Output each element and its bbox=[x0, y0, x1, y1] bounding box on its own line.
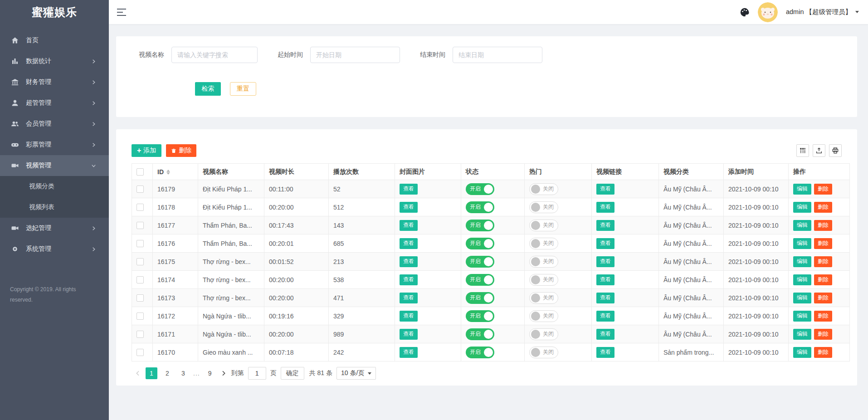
status-toggle-on[interactable]: 开启 bbox=[466, 328, 494, 340]
edit-button[interactable]: 编辑 bbox=[793, 256, 811, 267]
hot-toggle-off[interactable]: 关闭 bbox=[529, 256, 558, 268]
sidebar-item-members[interactable]: 会员管理 bbox=[0, 113, 109, 134]
view-link-button[interactable]: 查看 bbox=[596, 202, 614, 213]
view-cover-button[interactable]: 查看 bbox=[400, 311, 418, 322]
sidebar-item-statistics[interactable]: 数据统计 bbox=[0, 51, 109, 72]
page-button-9[interactable]: 9 bbox=[204, 367, 216, 379]
view-link-button[interactable]: 查看 bbox=[596, 311, 614, 322]
bulk-delete-button[interactable]: 删除 bbox=[166, 144, 196, 157]
edit-button[interactable]: 编辑 bbox=[793, 329, 811, 340]
edit-button[interactable]: 编辑 bbox=[793, 238, 811, 249]
add-button[interactable]: + 添加 bbox=[132, 144, 161, 157]
sidebar-item-lottery[interactable]: 彩票管理 bbox=[0, 134, 109, 155]
view-cover-button[interactable]: 查看 bbox=[400, 347, 418, 358]
edit-button[interactable]: 编辑 bbox=[793, 274, 811, 285]
delete-button[interactable]: 删除 bbox=[814, 293, 832, 303]
row-checkbox[interactable] bbox=[137, 349, 144, 356]
search-button[interactable]: 检索 bbox=[195, 82, 221, 96]
status-toggle-on[interactable]: 开启 bbox=[466, 347, 494, 358]
hot-toggle-off[interactable]: 关闭 bbox=[529, 328, 558, 340]
goto-confirm-button[interactable]: 确定 bbox=[281, 367, 304, 380]
delete-button[interactable]: 删除 bbox=[814, 329, 832, 340]
hot-toggle-off[interactable]: 关闭 bbox=[529, 292, 558, 304]
row-checkbox[interactable] bbox=[137, 331, 144, 338]
view-link-button[interactable]: 查看 bbox=[596, 329, 614, 340]
end-date-input[interactable] bbox=[453, 47, 542, 63]
view-link-button[interactable]: 查看 bbox=[596, 220, 614, 231]
user-menu[interactable]: admin 【超级管理员】 bbox=[786, 8, 859, 16]
delete-button[interactable]: 删除 bbox=[814, 347, 832, 358]
delete-button[interactable]: 删除 bbox=[814, 238, 832, 249]
sidebar-item-home[interactable]: 首页 bbox=[0, 30, 109, 51]
sidebar-item-video-list[interactable]: 视频列表 bbox=[0, 197, 109, 218]
view-link-button[interactable]: 查看 bbox=[596, 238, 614, 249]
row-checkbox[interactable] bbox=[137, 222, 144, 229]
edit-button[interactable]: 编辑 bbox=[793, 202, 811, 213]
per-page-select[interactable]: 10 条/页 bbox=[336, 367, 376, 380]
delete-button[interactable]: 删除 bbox=[814, 202, 832, 213]
sidebar-item-system[interactable]: 系统管理 bbox=[0, 239, 109, 259]
view-cover-button[interactable]: 查看 bbox=[400, 274, 418, 285]
view-cover-button[interactable]: 查看 bbox=[400, 329, 418, 340]
row-checkbox[interactable] bbox=[137, 258, 144, 265]
print-button[interactable] bbox=[829, 144, 842, 157]
hot-toggle-off[interactable]: 关闭 bbox=[529, 347, 558, 358]
view-link-button[interactable]: 查看 bbox=[596, 293, 614, 303]
edit-button[interactable]: 编辑 bbox=[793, 311, 811, 322]
page-button-1[interactable]: 1 bbox=[146, 367, 157, 379]
edit-button[interactable]: 编辑 bbox=[793, 293, 811, 303]
sort-icon[interactable] bbox=[166, 170, 170, 175]
hot-toggle-off[interactable]: 关闭 bbox=[529, 183, 558, 195]
hot-toggle-off[interactable]: 关闭 bbox=[529, 220, 558, 231]
row-checkbox[interactable] bbox=[137, 204, 144, 211]
sidebar-item-superadmin[interactable]: 超管管理 bbox=[0, 93, 109, 113]
sidebar-item-video[interactable]: 视频管理 bbox=[0, 155, 109, 176]
page-button-2[interactable]: 2 bbox=[161, 367, 173, 379]
view-cover-button[interactable]: 查看 bbox=[400, 238, 418, 249]
delete-button[interactable]: 删除 bbox=[814, 220, 832, 231]
page-button-3[interactable]: 3 bbox=[177, 367, 189, 379]
row-checkbox[interactable] bbox=[137, 294, 144, 302]
row-checkbox[interactable] bbox=[137, 276, 144, 283]
status-toggle-on[interactable]: 开启 bbox=[466, 183, 494, 195]
view-link-button[interactable]: 查看 bbox=[596, 256, 614, 267]
sidebar-item-concubine[interactable]: 选妃管理 bbox=[0, 218, 109, 239]
row-checkbox[interactable] bbox=[137, 313, 144, 320]
goto-page-input[interactable] bbox=[248, 367, 266, 380]
select-all-checkbox[interactable] bbox=[137, 168, 144, 176]
theme-palette-icon[interactable] bbox=[740, 7, 750, 17]
hot-toggle-off[interactable]: 关闭 bbox=[529, 310, 558, 322]
sidebar-item-finance[interactable]: 财务管理 bbox=[0, 72, 109, 93]
hamburger-menu-icon[interactable] bbox=[117, 9, 127, 16]
status-toggle-on[interactable]: 开启 bbox=[466, 220, 494, 231]
view-cover-button[interactable]: 查看 bbox=[400, 184, 418, 195]
status-toggle-on[interactable]: 开启 bbox=[466, 292, 494, 304]
avatar[interactable] bbox=[758, 2, 778, 22]
view-link-button[interactable]: 查看 bbox=[596, 274, 614, 285]
edit-button[interactable]: 编辑 bbox=[793, 184, 811, 195]
row-checkbox[interactable] bbox=[137, 240, 144, 247]
next-page-button[interactable] bbox=[220, 370, 227, 377]
hot-toggle-off[interactable]: 关闭 bbox=[529, 201, 558, 213]
status-toggle-on[interactable]: 开启 bbox=[466, 310, 494, 322]
delete-button[interactable]: 删除 bbox=[814, 274, 832, 285]
export-button[interactable] bbox=[813, 144, 825, 157]
view-link-button[interactable]: 查看 bbox=[596, 184, 614, 195]
sidebar-item-video-category[interactable]: 视频分类 bbox=[0, 176, 109, 197]
view-cover-button[interactable]: 查看 bbox=[400, 256, 418, 267]
delete-button[interactable]: 删除 bbox=[814, 311, 832, 322]
edit-button[interactable]: 编辑 bbox=[793, 347, 811, 358]
status-toggle-on[interactable]: 开启 bbox=[466, 274, 494, 286]
view-cover-button[interactable]: 查看 bbox=[400, 220, 418, 231]
start-date-input[interactable] bbox=[310, 47, 400, 63]
view-link-button[interactable]: 查看 bbox=[596, 347, 614, 358]
video-name-input[interactable] bbox=[171, 47, 258, 63]
edit-button[interactable]: 编辑 bbox=[793, 220, 811, 231]
status-toggle-on[interactable]: 开启 bbox=[466, 256, 494, 268]
delete-button[interactable]: 删除 bbox=[814, 256, 832, 267]
status-toggle-on[interactable]: 开启 bbox=[466, 238, 494, 249]
view-cover-button[interactable]: 查看 bbox=[400, 293, 418, 303]
reset-button[interactable]: 重置 bbox=[230, 82, 256, 96]
prev-page-button[interactable] bbox=[134, 370, 141, 377]
view-cover-button[interactable]: 查看 bbox=[400, 202, 418, 213]
